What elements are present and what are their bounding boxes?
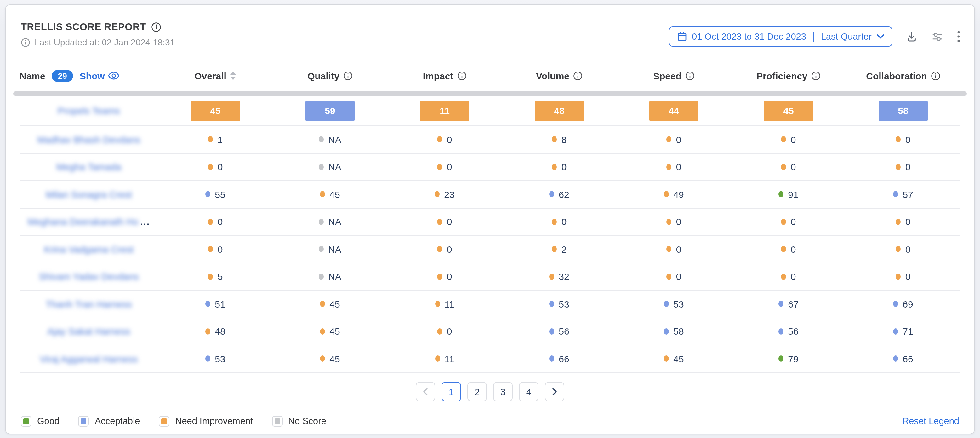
reset-legend-link[interactable]: Reset Legend [902, 416, 959, 426]
score-value-volume: 32 [502, 271, 617, 282]
info-icon[interactable] [685, 71, 695, 80]
quality-header-label: Quality [307, 70, 339, 81]
team-name-link[interactable]: Propels Teams [19, 105, 158, 116]
column-settings-button[interactable] [931, 30, 943, 43]
member-name-link[interactable]: Ajay Sakat Harness [19, 326, 158, 337]
table-header-name: Name 29 Show [19, 70, 158, 81]
table-row: Propels Teams45591148444558 [19, 96, 961, 126]
table-header-row: Name 29 Show OverallQualityImpactVolumeS… [19, 66, 961, 85]
pagination-prev-button[interactable] [416, 382, 435, 401]
pagination-page-2[interactable]: 2 [467, 382, 487, 401]
horizontal-scrollbar[interactable] [13, 91, 967, 96]
score-number: 48 [215, 326, 225, 337]
legend-label: Need Improvement [175, 416, 253, 426]
score-value-collaboration: 0 [846, 244, 961, 255]
score-cell-quality: NA [273, 271, 387, 282]
score-cell-impact: 11 [387, 299, 502, 309]
score-number: 0 [676, 217, 681, 227]
table-row: Meghana Deerakanath Ho...0NA00000 [19, 208, 961, 236]
member-name-link[interactable]: Megha Tamada [19, 162, 158, 172]
table-header-speed: Speed [617, 70, 731, 81]
status-dot [896, 219, 901, 225]
status-dot [778, 301, 783, 307]
legend-swatch [21, 416, 32, 426]
score-number: 66 [902, 354, 913, 364]
download-button[interactable] [906, 30, 918, 43]
status-dot [893, 356, 898, 362]
score-value-impact: 0 [387, 326, 502, 337]
member-name-link[interactable]: Madhav Bhash Devdans [19, 134, 158, 145]
score-value-overall: 51 [158, 299, 273, 309]
member-name-link[interactable]: Shivam Yadav Devdans [19, 271, 158, 282]
status-dot [893, 328, 898, 334]
score-value-impact: 0 [387, 271, 502, 282]
score-number: 0 [791, 134, 796, 145]
legend-item-no-score[interactable]: No Score [272, 416, 326, 426]
table-header-overall: Overall [158, 70, 273, 81]
score-number: NA [328, 217, 341, 227]
date-range-picker[interactable]: 01 Oct 2023 to 31 Dec 2023 Last Quarter [668, 27, 892, 47]
member-name-link[interactable]: Meghana Deerakanath Ho... [19, 217, 158, 227]
date-preset-text: Last Quarter [821, 32, 872, 41]
score-value-impact: 0 [387, 162, 502, 172]
status-dot [781, 246, 786, 252]
info-icon[interactable] [931, 71, 940, 80]
info-icon[interactable] [811, 71, 821, 80]
member-name-link[interactable]: Viraj Aggarwal Harness [19, 354, 158, 364]
status-dot [893, 191, 898, 197]
table-row: Shivam Yadav Devdans5NA032000 [19, 263, 961, 290]
member-name-link[interactable]: Milan Sonagra Crest [19, 189, 158, 200]
status-dot [778, 328, 783, 334]
status-dot [205, 191, 210, 197]
more-options-button[interactable] [957, 30, 961, 43]
score-number: 0 [562, 217, 567, 227]
status-dot [435, 301, 440, 307]
member-name-link[interactable]: Thanh Tran Harness [19, 299, 158, 309]
score-cell-proficiency: 79 [731, 354, 846, 364]
score-cell-speed: 0 [617, 217, 731, 227]
legend-swatch [272, 416, 283, 426]
info-icon[interactable] [573, 71, 582, 80]
legend-item-good[interactable]: Good [21, 416, 59, 426]
score-cell-overall: 51 [158, 299, 273, 309]
score-value-speed: 0 [617, 244, 731, 255]
legend-item-need-improvement[interactable]: Need Improvement [159, 416, 253, 426]
pagination-page-1[interactable]: 1 [442, 382, 461, 401]
legend-swatch-color [23, 418, 29, 424]
status-dot [320, 301, 325, 307]
info-icon[interactable] [457, 71, 466, 80]
last-updated-info-icon [21, 38, 30, 47]
score-cell-volume: 32 [502, 271, 617, 282]
status-dot [208, 274, 213, 280]
chevron-right-icon [552, 387, 557, 395]
score-value-collaboration: 69 [846, 299, 961, 309]
score-cell-proficiency: 0 [731, 162, 846, 172]
score-number: 1 [218, 134, 223, 145]
pagination-next-button[interactable] [545, 382, 564, 401]
score-number: 0 [447, 134, 452, 145]
score-cell-overall: 0 [158, 244, 273, 255]
score-cell-volume: 0 [502, 162, 617, 172]
score-number: 53 [558, 299, 569, 309]
score-value-speed: 58 [617, 326, 731, 337]
legend-item-acceptable[interactable]: Acceptable [78, 416, 140, 426]
score-value-volume: 56 [502, 326, 617, 337]
score-value-proficiency: 56 [731, 326, 846, 337]
pagination-page-3[interactable]: 3 [493, 382, 513, 401]
score-number: 0 [905, 244, 911, 255]
show-names-link[interactable]: Show [80, 70, 120, 81]
member-name-link[interactable]: Krina Vadgama Crest [19, 244, 158, 255]
score-number: 56 [788, 326, 798, 337]
pagination-page-4[interactable]: 4 [519, 382, 538, 401]
score-number: 0 [676, 134, 681, 145]
score-cell-speed: 0 [617, 134, 731, 145]
score-number: 0 [676, 271, 681, 282]
sort-icon[interactable] [230, 71, 237, 80]
score-value-quality: NA [273, 162, 387, 172]
score-number: NA [328, 244, 341, 255]
score-number: 79 [788, 354, 798, 364]
score-value-proficiency: 79 [731, 354, 846, 364]
title-info-icon[interactable] [151, 22, 161, 32]
info-icon[interactable] [343, 71, 353, 80]
score-badge-overall: 45 [191, 100, 240, 121]
